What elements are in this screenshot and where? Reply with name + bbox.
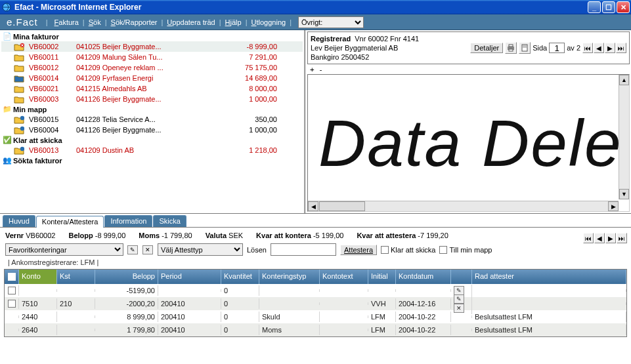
favorit-select[interactable]: Favoritkonteringar: [5, 243, 123, 256]
detail-next-icon[interactable]: ▶: [605, 233, 616, 243]
summary-moms: -1 799,80: [162, 232, 192, 239]
invoice-id: VB60012: [29, 64, 76, 71]
attestera-button[interactable]: Attestera: [340, 245, 377, 255]
folder-icon: [13, 84, 25, 93]
cell-edit: ✎✕: [451, 293, 472, 314]
invoice-amount: 7 291,00: [211, 53, 277, 61]
table-row[interactable]: 7510210-2000,202004100VVH2004-12-16✎✕: [5, 297, 626, 310]
row-checkbox[interactable]: [8, 300, 16, 308]
attesttyp-select[interactable]: Välj Attesttyp: [158, 243, 243, 256]
tree-section-2[interactable]: ✅Klar att skicka: [1, 135, 303, 145]
invoice-id: VB60015: [29, 115, 76, 123]
tab-kontera-attestera[interactable]: Kontera/Attestera: [36, 216, 104, 228]
menu-uppdatera-tr-d[interactable]: Uppdatera träd: [164, 17, 217, 28]
close-button[interactable]: ✕: [617, 1, 630, 13]
row-checkbox[interactable]: [8, 287, 16, 294]
header-period[interactable]: Period: [158, 270, 221, 284]
cell-kontdatum: 2004-10-22: [396, 325, 451, 335]
detail-last-icon[interactable]: ⏭: [617, 233, 627, 243]
doc-supplier: Lev Beijer Byggmaterial AB: [311, 43, 470, 52]
invoice-row[interactable]: VB60013041209 Dustin AB1 218,00: [1, 145, 303, 155]
filter-bar: Favoritkonteringar ✎✕ Välj Attesttyp Lös…: [0, 242, 631, 257]
invoice-desc: 041215 Almedahls AB: [76, 85, 211, 92]
header-kontdatum[interactable]: Kontdatum: [396, 270, 451, 284]
tree-section-3[interactable]: 👥Sökta fakturor: [1, 155, 303, 165]
cell-initial: VVH: [368, 298, 396, 309]
invoice-row[interactable]: VB60014041209 Fyrfasen Energi14 689,00: [1, 73, 303, 83]
pencil-icon[interactable]: ✎: [454, 294, 464, 304]
section-icon: 📁: [3, 105, 12, 113]
header-check[interactable]: [5, 270, 19, 284]
document-viewer[interactable]: Data Dele ▲▼ ◀▶: [307, 74, 630, 212]
table-row[interactable]: -5199,000✎: [5, 284, 626, 297]
invoice-id: VB60011: [29, 53, 76, 61]
menu-hj-lp[interactable]: Hjälp: [223, 17, 244, 28]
header-kontotext[interactable]: Kontotext: [320, 270, 368, 284]
cell-initial: LFM: [368, 312, 396, 322]
detail-tabs: HuvudKontera/AttesteraInformationSkicka: [0, 215, 631, 228]
invoice-desc: 041228 Telia Service A...: [76, 115, 211, 123]
menu-faktura[interactable]: Faktura: [52, 17, 81, 28]
tab-skicka[interactable]: Skicka: [153, 215, 186, 227]
header-kvantitet[interactable]: Kvantitet: [221, 270, 259, 284]
minimize-button[interactable]: _: [588, 1, 601, 13]
tab-huvud[interactable]: Huvud: [3, 215, 35, 227]
header-konteringstyp[interactable]: Konteringstyp: [259, 270, 320, 284]
print-icon[interactable]: [505, 42, 517, 54]
invoice-row[interactable]: VB60012041209 Openeye reklam ...75 175,0…: [1, 62, 303, 73]
doc-icon[interactable]: [519, 42, 531, 54]
kontering-table: Konto Kst Belopp Period Kvantitet Konter…: [4, 269, 627, 337]
losen-input[interactable]: [271, 243, 336, 256]
maximize-button[interactable]: ☐: [602, 1, 615, 13]
delete-icon[interactable]: ✕: [142, 245, 153, 254]
page-input[interactable]: [549, 43, 565, 53]
misc-select[interactable]: Övrigt:: [298, 16, 364, 28]
table-row[interactable]: 24408 999,002004100SkuldLFM2004-10-22Bes…: [5, 310, 626, 323]
cell-konto: [19, 289, 57, 292]
menu-s-k-rapporter[interactable]: Sök/Rapporter: [108, 17, 160, 28]
invoice-row[interactable]: VB60004041126 Beijer Byggmate...1 000,00: [1, 125, 303, 135]
tree-section-0[interactable]: 📄Mina fakturor: [1, 31, 303, 41]
header-konto[interactable]: Konto: [19, 270, 57, 284]
cell-kontotext: [320, 315, 368, 318]
menu-s-k[interactable]: Sök: [86, 17, 104, 28]
summary-kvar-kontera: -5 199,00: [313, 232, 343, 239]
detail-first-icon[interactable]: ⏮: [583, 233, 594, 243]
invoice-tree-pane: 📄Mina fakturorVB60002041025 Beijer Byggm…: [0, 30, 305, 213]
nav-first-icon[interactable]: ⏮: [582, 43, 593, 53]
header-belopp[interactable]: Belopp: [95, 270, 158, 284]
till-mapp-checkbox[interactable]: Till min mapp: [439, 246, 492, 254]
detail-prev-icon[interactable]: ◀: [594, 233, 605, 243]
nav-last-icon[interactable]: ⏭: [616, 43, 626, 53]
table-row[interactable]: 26401 799,802004100MomsLFM2004-10-22Besl…: [5, 323, 626, 336]
detaljer-button[interactable]: Detaljer: [470, 43, 503, 53]
zoom-controls[interactable]: + -: [306, 66, 631, 74]
header-initial[interactable]: Initial: [368, 270, 396, 284]
header-rad-attester[interactable]: Rad attester: [472, 270, 626, 284]
folder-icon: [13, 125, 25, 134]
cell-konteringstyp: Moms: [259, 325, 320, 335]
header-kst[interactable]: Kst: [57, 270, 95, 284]
edit-icon[interactable]: ✎: [127, 245, 138, 254]
invoice-row[interactable]: VB60002041025 Beijer Byggmate...-8 999,0…: [1, 41, 303, 52]
cell-rad-attester: Beslutsattest LFM: [472, 325, 626, 335]
svg-rect-6: [509, 45, 513, 47]
invoice-row[interactable]: VB60011041209 Malung Sälen Tu...7 291,00: [1, 52, 303, 62]
cell-konteringstyp: [259, 289, 320, 292]
nav-prev-icon[interactable]: ◀: [594, 43, 604, 53]
invoice-row[interactable]: VB60021041215 Almedahls AB8 000,00: [1, 83, 303, 94]
invoice-row[interactable]: VB60015041228 Telia Service A...350,00: [1, 114, 303, 125]
x-icon[interactable]: ✕: [454, 304, 464, 313]
cell-kontotext: [320, 289, 368, 292]
scrollbar-vertical[interactable]: ▲▼: [619, 75, 629, 199]
klar-checkbox[interactable]: Klar att skicka: [381, 246, 435, 254]
invoice-desc: 041025 Beijer Byggmate...: [76, 43, 211, 51]
tab-information[interactable]: Information: [104, 215, 152, 227]
folder-icon: [13, 146, 25, 155]
invoice-row[interactable]: VB60003041126 Beijer Byggmate...1 000,00: [1, 94, 303, 104]
scrollbar-horizontal[interactable]: ◀▶: [308, 201, 619, 211]
nav-next-icon[interactable]: ▶: [605, 43, 615, 53]
menu-utloggning[interactable]: Utloggning: [249, 17, 289, 28]
invoice-amount: 1 218,00: [211, 146, 277, 154]
tree-section-1[interactable]: 📁Min mapp: [1, 104, 303, 114]
